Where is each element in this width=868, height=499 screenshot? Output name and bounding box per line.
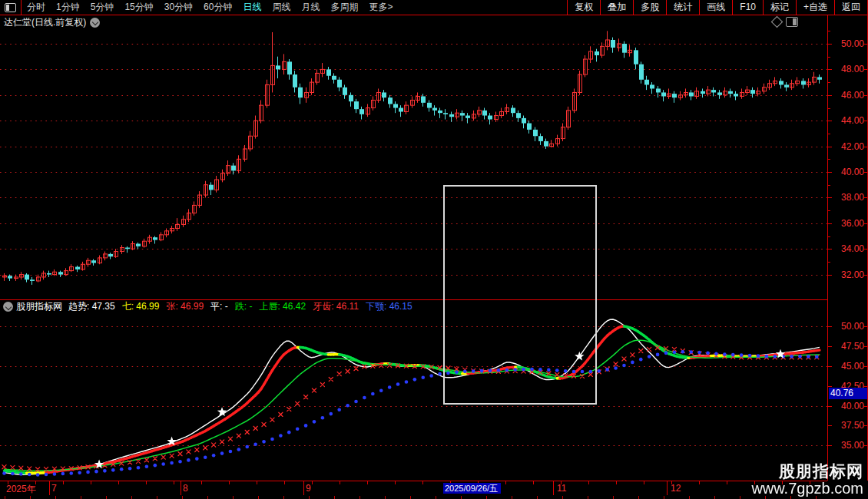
axis-tick [828,134,830,134]
axis-tick [864,44,867,45]
week-tick [8,481,8,484]
week-tick [284,481,285,484]
week-tick [174,481,174,484]
clipped-row-stub [334,496,335,499]
menu-item-monthly[interactable]: 月线 [296,0,325,15]
indicator-field: 七: 46.99 [122,301,160,312]
price-axis-label: 50.00 [828,38,864,49]
menu-item-zixuan[interactable]: +自选 [796,0,834,15]
axis-tick [828,262,830,263]
selected-date-badge: 2025/09/26/五 [443,483,501,494]
axis-tick [828,210,830,211]
axis-tick [828,121,832,121]
axis-tick [828,31,830,31]
axis-tick [864,223,867,224]
clipped-row-stub [436,496,436,499]
axis-divider [667,481,668,495]
diamond-icon[interactable] [771,16,784,28]
menu-item-60min[interactable]: 60分钟 [198,0,237,15]
layout-icon[interactable] [0,0,22,15]
menu-item-biaoji[interactable]: 标记 [763,0,796,15]
clipped-row-stub [410,496,411,499]
week-tick [201,481,202,484]
price-axis-label: 40.00 [828,401,864,411]
menu-item-fanhui[interactable]: 返回 [834,0,868,15]
week-tick [616,481,617,484]
clipped-row-stub [359,496,360,499]
axis-tick [828,108,830,109]
axis-tick [864,406,867,407]
axis-tick [864,425,867,426]
week-tick [312,481,313,484]
clipped-row-stub [385,496,386,499]
menu-item-huaxian[interactable]: 画线 [699,0,732,15]
indicator-field: 张: 46.99 [166,301,204,312]
pane-layout-icon[interactable] [786,17,798,27]
menu-item-1min[interactable]: 1分钟 [51,0,85,15]
axis-tick [828,326,832,327]
axis-tick [864,172,867,173]
axis-tick [864,346,867,347]
axis-tick [828,82,830,83]
clipped-row-stub [537,496,538,499]
clipped-row-stub [55,496,56,499]
axis-tick [864,197,867,198]
axis-tick [864,69,867,70]
axis-tick [828,366,832,367]
price-axis-label: 42.00 [828,141,864,152]
price-axis-label: 47.50 [828,341,864,352]
menu-item-5min[interactable]: 5分钟 [85,0,120,15]
menu-item-tongji[interactable]: 统计 [666,0,699,15]
price-axis-label: 44.00 [828,115,864,126]
main-candlestick-chart[interactable] [0,29,828,299]
month-label: 8 [183,483,188,494]
week-tick [367,481,368,484]
clipped-row-stub [30,496,31,499]
indicator-panel-chart[interactable] [0,313,828,481]
clipped-row-stub [258,496,259,499]
axis-tick [828,185,830,186]
clipped-row-stub [486,496,487,499]
axis-tick [828,406,832,407]
menu-item-30min[interactable]: 30分钟 [159,0,198,15]
menu-item-15min[interactable]: 15分钟 [119,0,158,15]
menu-item-diejia[interactable]: 叠加 [600,0,633,15]
clipped-row-stub [512,496,512,499]
axis-tick [864,326,867,327]
clipped-row-stub [309,496,310,499]
indicator-values: 趋势: 47.35七: 46.99张: 46.99平: -跌: -上唇: 46.… [68,300,419,313]
menu-item-fuquan[interactable]: 复权 [567,0,600,15]
month-label: 7 [51,483,57,494]
week-tick [395,481,396,484]
week-tick [699,481,700,484]
price-axis-label: 35.00 [828,440,864,451]
week-tick [229,481,230,484]
axis-tick [828,236,830,237]
indicator-field: 下颚: 46.15 [366,301,412,312]
menu-item-f10[interactable]: F10 [732,0,763,15]
collapse-chevron-icon[interactable] [3,302,13,312]
axis-tick [828,386,832,387]
axis-tick [864,386,867,387]
week-tick [35,481,36,484]
clipped-row-stub [106,496,107,499]
week-tick [588,481,589,484]
menu-item-weekly[interactable]: 周线 [267,0,296,15]
price-axis-label: 36.00 [828,218,864,229]
indicator-field: 平: - [210,301,228,312]
menu-item-duogu[interactable]: 多股 [633,0,666,15]
chevron-down-icon[interactable] [90,18,100,28]
week-tick [533,481,534,484]
axis-tick [864,249,867,250]
menu-item-fenshi[interactable]: 分时 [22,0,51,15]
menu-item-more[interactable]: 更多> [363,0,398,15]
indicator-name[interactable]: 股朋指标网 [16,300,62,313]
year-label: 2025年 [6,483,36,496]
watermark: 股朋指标网 www.7gpzb.com [751,463,863,497]
clipped-row-stub [233,496,234,499]
annotation-rectangle[interactable] [443,185,597,405]
price-axis-label: 38.00 [828,192,864,203]
menu-item-daily[interactable]: 日线 [237,0,267,15]
week-tick [671,481,672,484]
menu-item-multiperiod[interactable]: 多周期 [325,0,363,15]
